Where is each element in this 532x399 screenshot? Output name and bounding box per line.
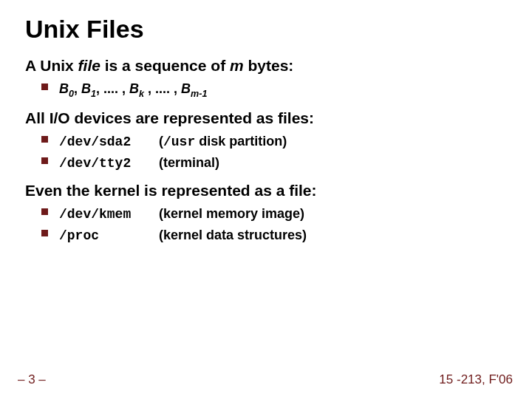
list-item: /dev/kmem (kernel memory image) <box>59 204 507 224</box>
course-tag: 15 -213, F'06 <box>439 372 513 387</box>
section-heading-1: All I/O devices are represented as files… <box>25 109 507 127</box>
slide-title: Unix Files <box>25 15 507 44</box>
bullet-list-2: /dev/kmem (kernel memory image) /proc (k… <box>25 204 507 245</box>
list-item: /dev/tty2 (terminal) <box>59 153 507 173</box>
list-item: B0, B1, .... , Bk , .... , Bm-1 <box>59 79 507 100</box>
bullet-list-0: B0, B1, .... , Bk , .... , Bm-1 <box>25 79 507 100</box>
list-item: /dev/sda2 (/usr disk partition) <box>59 132 507 151</box>
list-item: /proc (kernel data structures) <box>59 225 507 245</box>
section-heading-0: A Unix file is a sequence of m bytes: <box>25 57 507 75</box>
section-heading-2: Even the kernel is represented as a file… <box>25 182 507 200</box>
slide: Unix Files A Unix file is a sequence of … <box>0 0 532 399</box>
bullet-list-1: /dev/sda2 (/usr disk partition) /dev/tty… <box>25 132 507 173</box>
page-number: – 3 – <box>18 372 46 387</box>
